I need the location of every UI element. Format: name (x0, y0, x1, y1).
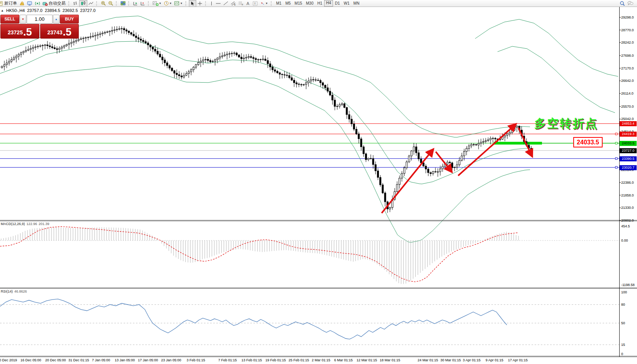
price-tick-label: 20802.0 (621, 218, 634, 222)
price-badge: 23020.7 (620, 165, 637, 170)
macd-label: MACD(12,26,9)122.96201.39 (1, 222, 51, 226)
time-tick-label: 7 Jan 05:00 (92, 358, 110, 362)
timeframe-M15[interactable]: M15 (293, 0, 304, 6)
price-tick-label: 28242.0 (621, 41, 634, 44)
price-tick-label: 26642.0 (621, 79, 634, 83)
cursor-icon (190, 1, 195, 6)
gold-icon (19, 1, 25, 6)
sell-price-frac: .5 (23, 27, 32, 37)
timeframe-bar: M1M5M15M30H1H4D1W1MN (274, 0, 362, 7)
vertical-line-button[interactable] (209, 0, 214, 7)
time-tick-label: 31 Dec 01:15 (68, 358, 89, 362)
toolbar-grip (68, 1, 71, 6)
symbol-period: HK50-,H4 (6, 8, 25, 13)
arrows-button[interactable]: ▼ (259, 0, 269, 7)
timeframe-D1[interactable]: D1 (333, 0, 342, 6)
fibonacci-button[interactable]: F (237, 0, 245, 7)
deposit-button[interactable] (18, 0, 26, 7)
time-tick-label: 17 Apr 01:15 (508, 358, 528, 362)
fibonacci-icon: F (238, 1, 244, 6)
time-tick-label: 17 Jan 05:00 (138, 358, 158, 362)
line-chart-button[interactable] (87, 0, 95, 7)
tile-windows-button[interactable] (119, 0, 127, 7)
ohlc-open: 23757.0 (27, 8, 42, 13)
chat-icon (627, 1, 634, 6)
chevron-down-icon: ▼ (169, 2, 172, 5)
trendline-icon (223, 1, 228, 6)
step-forward-button[interactable] (132, 0, 139, 7)
chevron-down-icon: ▼ (180, 2, 183, 5)
buy-button[interactable]: BUY (60, 15, 79, 24)
ohlc-low: 23692.5 (63, 8, 78, 13)
search-button[interactable] (618, 0, 626, 7)
price-tick-label: 27170.0 (621, 66, 634, 70)
sell-price-panel[interactable]: 23725 .5 (0, 24, 39, 39)
rsi-label: RSI(14)46.8626 (1, 290, 29, 293)
chart-shift-button[interactable] (139, 0, 146, 7)
toolbar-grip (205, 1, 207, 6)
timeframe-H4[interactable]: H4 (324, 0, 333, 7)
time-tick-label: 2 Mar 01:15 (312, 358, 330, 362)
buy-price-panel[interactable]: 23743 .5 (40, 24, 79, 39)
price-tick-label: 28770.0 (621, 28, 634, 32)
svg-text:T: T (254, 2, 256, 5)
turning-point-annotation[interactable]: 多空转折点 (534, 116, 598, 132)
price-badge: 24033.5 (620, 141, 637, 146)
chat-button[interactable] (626, 0, 635, 7)
time-tick-label: 13 Jan 05:00 (115, 358, 135, 362)
sell-button[interactable]: SELL (0, 15, 19, 24)
text-label-button[interactable]: T (251, 0, 259, 7)
add-indicator-icon (153, 1, 158, 6)
toolbar-grip (116, 1, 118, 6)
timeframe-M1[interactable]: M1 (274, 0, 284, 6)
bollinger-layer (0, 16, 618, 242)
trendline-button[interactable] (222, 0, 229, 7)
volume-decrease-button[interactable]: ▼ (20, 15, 26, 24)
volume-input[interactable]: 1.00 (27, 15, 53, 24)
price-tag-label[interactable]: 24033.5 (573, 137, 603, 147)
templates-button[interactable]: ▼ (173, 0, 184, 7)
macd-axis-label: -1198.58 (621, 283, 635, 287)
rsi-value: 46.8626 (14, 290, 27, 293)
candlestick-chart-button[interactable] (79, 0, 87, 7)
add-indicator-button[interactable]: ▼ (151, 0, 163, 7)
chart-canvas[interactable] (0, 0, 637, 364)
timeframe-W1[interactable]: W1 (342, 0, 352, 6)
crosshair-icon (197, 1, 202, 6)
timeframe-MN[interactable]: MN (352, 0, 362, 6)
crosshair-button[interactable] (196, 0, 204, 7)
text-label-icon: T (253, 1, 258, 6)
new-order-button[interactable]: 新订单 (0, 0, 18, 7)
collapse-one-click-icon[interactable]: ▲ (1, 9, 4, 12)
terminal-button[interactable] (26, 0, 34, 7)
rsi-axis-label: 50 (621, 321, 625, 325)
timeframe-M5[interactable]: M5 (284, 0, 293, 6)
mt4-terminal: 新订单 自动交易 ▼ ▼ ▼ (0, 0, 637, 364)
cursor-button[interactable] (189, 0, 196, 7)
horizontal-line-icon (216, 1, 221, 6)
time-tick-label: 12 Mar 01:15 (357, 358, 377, 362)
channel-button[interactable]: E (229, 0, 237, 7)
auto-trading-icon (42, 1, 48, 6)
bar-chart-button[interactable] (72, 0, 79, 7)
auto-trading-button[interactable]: 自动交易 (41, 0, 67, 7)
zoom-out-button[interactable] (107, 0, 114, 7)
timeframe-M30[interactable]: M30 (304, 0, 315, 6)
macd-layer (0, 227, 619, 284)
new-order-label: 新订单 (4, 0, 17, 6)
periods-button[interactable]: ▼ (163, 0, 173, 7)
time-tick-label: 10 Dec 2019 (0, 358, 17, 362)
text-button[interactable]: A (245, 0, 251, 7)
toolbar: 新订单 自动交易 ▼ ▼ ▼ (0, 0, 637, 7)
toolbar-grip (128, 1, 131, 6)
ohlc-high: 23894.5 (45, 8, 60, 13)
horizontal-line-button[interactable] (214, 0, 222, 7)
rsi-axis-label: 80 (621, 303, 625, 306)
zoom-in-button[interactable] (100, 0, 107, 7)
price-tick-label: 26114.0 (621, 91, 634, 95)
time-tick-label: 23 Jan 05:00 (161, 358, 181, 362)
signals-button[interactable] (34, 0, 41, 7)
line-chart-icon (88, 1, 93, 6)
volume-increase-button[interactable]: ▲ (53, 15, 59, 24)
timeframe-H1[interactable]: H1 (315, 0, 324, 6)
